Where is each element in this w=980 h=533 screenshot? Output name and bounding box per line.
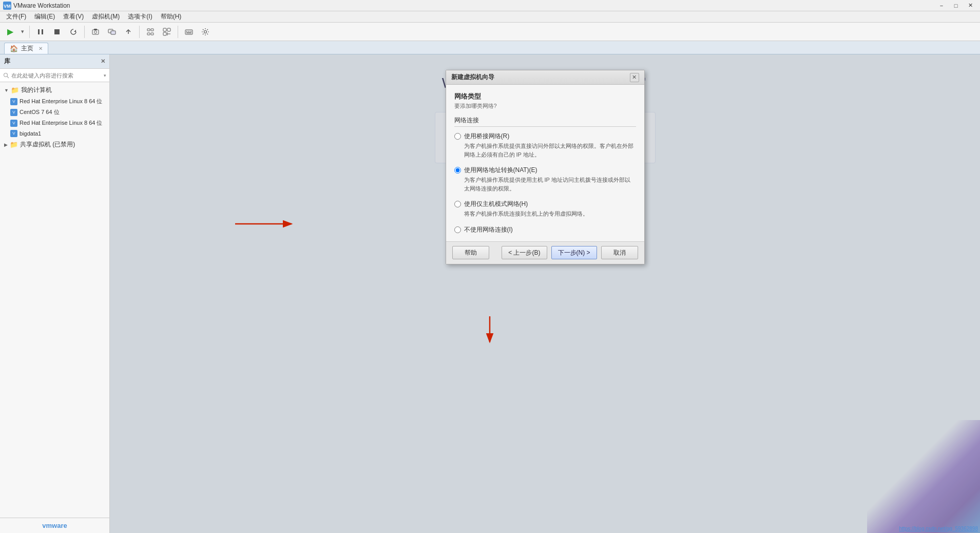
- title-bar-text: VMware Workstation: [13, 2, 935, 9]
- dialog-footer: 帮助 < 上一步(B) 下一步(N) > 取消: [446, 241, 644, 264]
- folder-icon: 📁: [10, 141, 18, 148]
- sidebar-item-label: CentOS 7 64 位: [20, 108, 60, 116]
- sidebar-item-label: 我的计算机: [21, 86, 52, 94]
- search-dropdown-icon[interactable]: ▾: [104, 73, 106, 78]
- dialog-close-button[interactable]: ✕: [630, 73, 639, 82]
- home-tab[interactable]: 🏠 主页 ✕: [4, 43, 48, 54]
- svg-line-28: [7, 76, 9, 78]
- unity-button[interactable]: [160, 25, 174, 39]
- status-url: https://blog.csdn.net/qq_59362898: [899, 526, 978, 531]
- svg-rect-3: [42, 29, 43, 34]
- dialog-title-text: 新建虚拟机向导: [451, 73, 630, 82]
- radio-host-only[interactable]: [454, 201, 461, 207]
- search-input[interactable]: [11, 72, 102, 79]
- main-layout: 库 ✕ ▾ ▼ 📁 我的计算机 V Red Hat Enterprise Lin…: [0, 54, 980, 533]
- prev-button[interactable]: < 上一步(B): [502, 246, 547, 259]
- maximize-button[interactable]: □: [949, 1, 963, 10]
- radio-no-network-label[interactable]: 不使用网络连接(I): [464, 225, 513, 234]
- radio-host-only-label[interactable]: 使用仅主机模式网络(H): [464, 200, 528, 208]
- home-tab-close[interactable]: ✕: [39, 46, 43, 51]
- suspend-button[interactable]: [33, 25, 48, 39]
- svg-rect-18: [163, 32, 166, 35]
- expand-icon: ▶: [4, 142, 8, 147]
- sidebar-footer: vmware: [0, 518, 109, 533]
- svg-rect-12: [147, 29, 150, 31]
- sidebar-item-bigdata1[interactable]: V bigdata1: [0, 128, 109, 139]
- new-vm-wizard-dialog: 新建虚拟机向导 ✕ 网络类型 要添加哪类网络? 网络连接 使用桥接网络(R): [446, 70, 645, 264]
- search-icon: [3, 72, 9, 79]
- svg-rect-23: [188, 31, 189, 32]
- radio-nat[interactable]: [454, 167, 461, 174]
- vm-icon: V: [10, 130, 17, 137]
- help-button[interactable]: 帮助: [452, 246, 489, 259]
- stop-button[interactable]: [50, 25, 64, 39]
- snapshot-manager-button[interactable]: [105, 25, 119, 39]
- menu-tabs[interactable]: 选项卡(I): [124, 11, 156, 22]
- settings-button[interactable]: [198, 25, 213, 39]
- app-icon: VM: [3, 2, 11, 10]
- tab-bar: 🏠 主页 ✕: [0, 41, 980, 54]
- sidebar-header: 库 ✕: [0, 54, 109, 69]
- svg-rect-14: [147, 33, 150, 35]
- sidebar-item-label: 共享虚拟机 (已禁用): [20, 140, 75, 149]
- folder-icon: 📁: [11, 86, 19, 94]
- svg-rect-10: [111, 31, 116, 34]
- svg-rect-15: [151, 33, 153, 35]
- menu-vm[interactable]: 虚拟机(M): [88, 11, 124, 22]
- radio-option-bridged: 使用桥接网络(R) 为客户机操作系统提供直接访问外部以太网络的权限。客户机在外部…: [454, 132, 636, 159]
- snapshot-button[interactable]: [88, 25, 103, 39]
- ctrl-alt-del-button[interactable]: [182, 25, 196, 39]
- toolbar-separator-1: [29, 26, 30, 38]
- dialog-body: 网络类型 要添加哪类网络? 网络连接 使用桥接网络(R) 为客户机操作系统提供直…: [446, 85, 644, 241]
- radio-no-network[interactable]: [454, 226, 461, 233]
- radio-host-only-desc: 将客户机操作系统连接到主机上的专用虚拟网络。: [464, 210, 636, 218]
- svg-rect-2: [38, 29, 40, 34]
- minimize-button[interactable]: −: [935, 1, 948, 10]
- menu-help[interactable]: 帮助(H): [157, 11, 186, 22]
- sidebar-item-rhel1[interactable]: V Red Hat Enterprise Linux 8 64 位: [0, 96, 109, 107]
- next-button[interactable]: 下一步(N) >: [551, 246, 597, 259]
- sidebar-item-centos[interactable]: V CentOS 7 64 位: [0, 107, 109, 118]
- svg-rect-22: [186, 31, 187, 32]
- revert-button[interactable]: [121, 25, 136, 39]
- reset-button[interactable]: [66, 25, 81, 39]
- sidebar-item-label: Red Hat Enterprise Linux 8 64 位: [20, 98, 102, 105]
- sidebar-item-my-computer[interactable]: ▼ 📁 我的计算机: [0, 84, 109, 96]
- home-tab-icon: 🏠: [10, 45, 18, 52]
- menu-view[interactable]: 查看(V): [59, 11, 88, 22]
- fullscreen-button[interactable]: [143, 25, 158, 39]
- svg-point-27: [4, 73, 8, 77]
- radio-bridged-desc: 为客户机操作系统提供直接访问外部以太网络的权限。客户机在外部网络上必须有自己的 …: [464, 142, 636, 159]
- network-type-radio-group: 使用桥接网络(R) 为客户机操作系统提供直接访问外部以太网络的权限。客户机在外部…: [454, 132, 636, 234]
- svg-rect-25: [186, 32, 191, 33]
- svg-marker-5: [74, 30, 76, 32]
- svg-rect-21: [185, 30, 193, 34]
- menu-file[interactable]: 文件(F): [2, 11, 30, 22]
- svg-rect-13: [151, 29, 153, 31]
- cancel-button[interactable]: 取消: [601, 246, 638, 259]
- radio-bridged-label[interactable]: 使用桥接网络(R): [464, 132, 510, 141]
- toolbar-separator-2: [84, 26, 85, 38]
- vm-icon: V: [10, 98, 17, 105]
- expand-icon: ▼: [4, 88, 9, 93]
- svg-rect-24: [190, 31, 191, 32]
- sidebar-item-shared[interactable]: ▶ 📁 共享虚拟机 (已禁用): [0, 139, 109, 150]
- radio-bridged[interactable]: [454, 133, 461, 140]
- play-button[interactable]: ▶: [3, 25, 17, 39]
- sidebar-close-icon[interactable]: ✕: [101, 58, 105, 65]
- dialog-overlay: 新建虚拟机向导 ✕ 网络类型 要添加哪类网络? 网络连接 使用桥接网络(R): [110, 54, 980, 533]
- svg-text:VM: VM: [4, 4, 11, 9]
- sidebar-item-rhel2[interactable]: V Red Hat Enterprise Linux 8 64 位: [0, 118, 109, 128]
- svg-rect-16: [163, 28, 166, 31]
- sidebar-search[interactable]: ▾: [0, 69, 109, 82]
- radio-nat-label[interactable]: 使用网络地址转换(NAT)(E): [464, 166, 537, 175]
- title-bar: VM VMware Workstation − □ ✕: [0, 0, 980, 11]
- sidebar-item-label: bigdata1: [20, 130, 41, 137]
- close-button[interactable]: ✕: [964, 1, 977, 10]
- menu-edit[interactable]: 编辑(E): [30, 11, 59, 22]
- vmware-logo: vmware: [42, 522, 67, 529]
- dialog-section-sub: 要添加哪类网络?: [454, 102, 636, 110]
- svg-point-7: [94, 31, 97, 33]
- toolbar-separator-3: [139, 26, 140, 38]
- toolbar-separator-4: [178, 26, 178, 38]
